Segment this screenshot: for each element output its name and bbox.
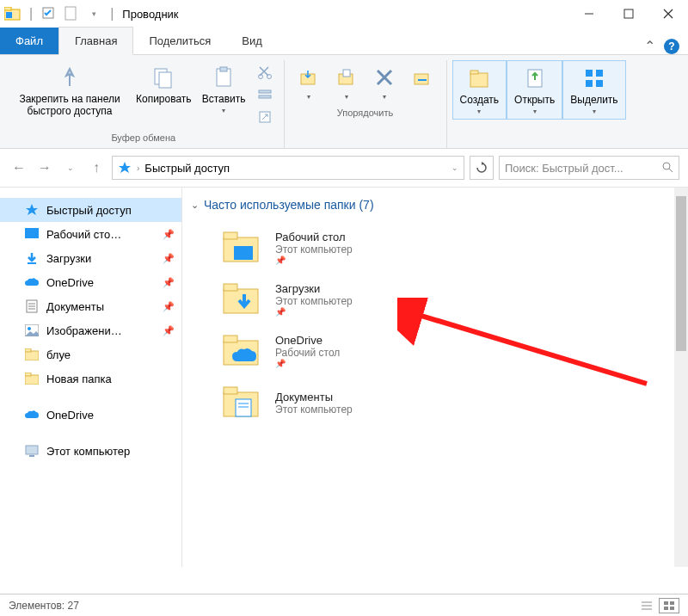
ribbon: Закрепить на панели быстрого доступа Коп… <box>0 55 688 149</box>
back-button[interactable]: ← <box>9 157 29 178</box>
open-button[interactable]: Открыть ▾ <box>507 60 562 120</box>
svg-rect-67 <box>670 607 674 610</box>
explorer-icon <box>3 4 22 23</box>
copy-button[interactable]: Копировать <box>131 60 197 108</box>
folder-icon <box>24 371 40 386</box>
svg-rect-26 <box>470 71 478 74</box>
svg-rect-65 <box>670 601 674 605</box>
nav-this-pc[interactable]: Этот компьютер <box>0 439 181 463</box>
status-elements-count: 27 <box>68 600 79 612</box>
star-icon <box>24 202 40 218</box>
svg-rect-49 <box>224 232 237 239</box>
tab-file[interactable]: Файл <box>0 28 58 54</box>
svg-rect-29 <box>596 70 603 77</box>
pin-icon: 📌 <box>163 229 175 240</box>
svg-rect-56 <box>224 387 237 394</box>
select-button[interactable]: Выделить ▾ <box>562 60 625 120</box>
svg-rect-24 <box>418 79 427 81</box>
star-icon <box>118 161 132 175</box>
svg-rect-52 <box>224 284 237 291</box>
pictures-icon <box>24 323 40 338</box>
pin-quickaccess-button[interactable]: Закрепить на панели быстрого доступа <box>9 60 131 121</box>
content-pane: ⌄ Часто используемые папки (7) Рабочий с… <box>182 188 688 567</box>
chevron-down-icon: ▾ <box>345 93 348 101</box>
create-button[interactable]: Создать ▾ <box>452 60 507 120</box>
navigation-pane: Быстрый доступ Рабочий сто… 📌 Загрузки 📌… <box>0 188 182 567</box>
svg-rect-47 <box>29 455 34 457</box>
folder-item-documents[interactable]: Документы Этот компьютер <box>222 377 679 428</box>
copy-path-button[interactable] <box>253 84 277 105</box>
nav-documents[interactable]: Документы 📌 <box>0 294 181 318</box>
pin-icon: 📌 <box>275 359 340 368</box>
desktop-icon <box>24 226 40 242</box>
forward-button[interactable]: → <box>34 157 55 178</box>
ribbon-group-organize: Упорядочить <box>290 104 441 120</box>
svg-rect-12 <box>220 67 227 71</box>
svg-point-32 <box>663 163 670 169</box>
section-header[interactable]: ⌄ Часто используемые папки (7) <box>191 198 679 212</box>
folder-item-downloads[interactable]: Загрузки Этот компьютер 📌 <box>222 274 679 325</box>
minimize-button[interactable] <box>569 0 609 28</box>
cut-button[interactable] <box>253 62 277 83</box>
close-button[interactable] <box>648 0 688 28</box>
chevron-down-icon: ▾ <box>593 108 596 115</box>
up-button[interactable]: ↑ <box>86 157 107 178</box>
folder-icon <box>24 347 40 362</box>
folder-item-desktop[interactable]: Рабочий стол Этот компьютер 📌 <box>222 222 679 274</box>
status-elements-label: Элементов: <box>9 600 64 612</box>
vertical-scrollbar[interactable] <box>674 188 688 567</box>
paste-button[interactable]: Вставить ▾ <box>197 60 251 118</box>
separator: | <box>110 6 114 22</box>
pin-icon: 📌 <box>275 307 353 317</box>
tab-view[interactable]: Вид <box>226 28 278 54</box>
delete-button[interactable]: ▾ <box>366 60 403 104</box>
maximize-button[interactable] <box>609 0 648 28</box>
nav-onedrive[interactable]: OneDrive 📌 <box>0 270 181 294</box>
collapse-ribbon-icon[interactable]: ⌃ <box>644 38 655 54</box>
nav-folder-blue[interactable]: блуе <box>0 342 181 367</box>
onedrive-icon <box>24 407 40 422</box>
search-icon <box>661 161 673 176</box>
recent-dropdown[interactable]: ⌄ <box>60 157 81 178</box>
tab-share[interactable]: Поделиться <box>133 28 226 54</box>
svg-rect-44 <box>25 375 39 385</box>
breadcrumb-item[interactable]: Быстрый доступ <box>144 162 230 175</box>
pin-icon: 📌 <box>163 277 175 288</box>
svg-rect-4 <box>65 7 76 20</box>
address-bar-row: ← → ⌄ ↑ › Быстрый доступ ⌄ Поиск: Быстры… <box>0 149 688 187</box>
nav-desktop[interactable]: Рабочий сто… 📌 <box>0 222 181 246</box>
newfolder-icon[interactable] <box>62 4 81 23</box>
refresh-button[interactable] <box>470 156 494 180</box>
view-details-button[interactable] <box>636 598 657 613</box>
chevron-down-icon[interactable]: ⌄ <box>452 163 458 172</box>
svg-rect-15 <box>259 90 271 93</box>
properties-icon[interactable] <box>40 4 58 23</box>
nav-quickaccess[interactable]: Быстрый доступ <box>0 198 181 222</box>
pin-icon: 📌 <box>275 256 353 265</box>
help-icon[interactable]: ? <box>664 39 679 54</box>
svg-rect-66 <box>664 607 668 610</box>
copy-to-button[interactable]: ▾ <box>328 60 366 104</box>
nav-pictures[interactable]: Изображени… 📌 <box>0 318 181 342</box>
ribbon-group-clipboard: Буфер обмена <box>9 129 279 145</box>
search-input[interactable]: Поиск: Быстрый дост... <box>499 156 679 180</box>
qat-dropdown-icon[interactable]: ▾ <box>84 4 103 23</box>
svg-rect-50 <box>234 246 253 260</box>
move-to-button[interactable]: ▾ <box>290 60 328 104</box>
nav-downloads[interactable]: Загрузки 📌 <box>0 246 181 270</box>
rename-button[interactable] <box>403 60 441 95</box>
svg-rect-34 <box>25 228 39 238</box>
paste-shortcut-button[interactable] <box>253 107 277 127</box>
pin-icon: 📌 <box>163 253 175 264</box>
address-bar[interactable]: › Быстрый доступ ⌄ <box>112 156 464 180</box>
svg-rect-20 <box>343 70 350 77</box>
svg-rect-2 <box>6 12 12 18</box>
view-icons-button[interactable] <box>659 598 679 613</box>
titlebar: | ▾ | Проводник <box>0 0 688 28</box>
folder-item-onedrive[interactable]: OneDrive Рабочий стол 📌 <box>222 325 679 377</box>
nav-onedrive-root[interactable]: OneDrive <box>0 403 181 427</box>
tab-home[interactable]: Главная <box>58 27 133 55</box>
nav-folder-new[interactable]: Новая папка <box>0 367 181 391</box>
ribbon-tabs: Файл Главная Поделиться Вид ⌃ ? <box>0 28 688 55</box>
svg-rect-45 <box>25 373 31 376</box>
